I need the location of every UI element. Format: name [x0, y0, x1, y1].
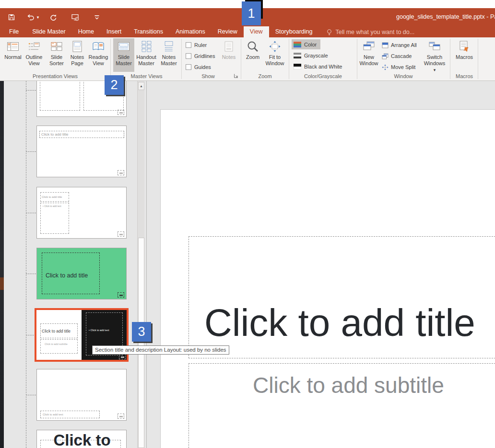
arrange-all-icon: [382, 42, 389, 48]
guides-checkbox-row[interactable]: Guides: [186, 63, 211, 71]
desktop-edge: [0, 81, 4, 448]
macros-button[interactable]: Macros: [453, 38, 476, 72]
move-split-icon: [382, 64, 389, 70]
slide-title-placeholder[interactable]: Click to add title: [189, 236, 495, 358]
slide-subtitle-placeholder[interactable]: Click to add subtitle: [189, 363, 495, 448]
cascade-button[interactable]: Cascade: [382, 51, 412, 61]
switch-windows-button[interactable]: Switch Windows: [421, 38, 448, 72]
tab-review[interactable]: Review: [212, 26, 244, 37]
tell-me-box[interactable]: Tell me what you want to do...: [326, 26, 414, 37]
thumbnail-title-placeholder: Click to add title: [40, 192, 69, 202]
group-color-grayscale: Color Grayscale Black and White Color/Gr…: [290, 37, 356, 80]
tab-home[interactable]: Home: [72, 26, 100, 37]
tab-storyboarding[interactable]: Storyboarding: [269, 26, 319, 37]
slide-sorter-button[interactable]: Slide Sorter: [46, 38, 67, 72]
slide-sorter-icon: [50, 40, 63, 53]
thumbnail-title-placeholder: Click to add title: [39, 131, 124, 138]
slide-canvas[interactable]: Click to add title Click to add subtitle: [160, 109, 495, 448]
color-button[interactable]: Color: [292, 39, 320, 49]
switch-windows-caret-icon: [434, 67, 436, 73]
callout-2: 2: [105, 75, 124, 95]
ruler-checkbox[interactable]: [186, 42, 191, 48]
resize-handle: [118, 231, 124, 237]
document-title: google_slides_template_title.pptx - Pa: [396, 13, 495, 20]
switch-windows-icon: [428, 40, 441, 53]
tab-view[interactable]: View: [244, 26, 269, 37]
group-macros: Macros Macros: [451, 37, 478, 80]
group-show: Ruler Gridlines Guides Notes Show: [183, 37, 240, 80]
group-label-window: Window: [358, 73, 449, 79]
ruler-checkbox-row[interactable]: Ruler: [186, 41, 207, 49]
tab-transitions[interactable]: Transitions: [128, 26, 169, 37]
notes-page-button[interactable]: Notes Page: [67, 38, 87, 72]
handout-master-icon: [140, 40, 153, 53]
normal-view-button[interactable]: Normal: [3, 38, 23, 72]
layout-thumbnail-green-title[interactable]: Click to add title: [36, 248, 127, 299]
layout-thumbnail-big-title[interactable]: Click to: [36, 430, 127, 448]
thumbnail-text-placeholder: Click to add text: [40, 411, 100, 418]
resize-handle: [118, 414, 124, 419]
thumbnail-title-placeholder: Click to add title: [40, 323, 78, 338]
color-swatch-icon: [294, 42, 301, 47]
scrollbar-thumb[interactable]: [138, 238, 144, 448]
tab-insert[interactable]: Insert: [100, 26, 128, 37]
slide-title-prompt: Click to add title: [204, 303, 475, 343]
panel-scrollbar[interactable]: ▲: [137, 81, 144, 448]
thumbnail-subtitle-placeholder: Click to add subtitle: [40, 339, 78, 354]
group-zoom: Zoom Fit to Window Zoom: [242, 37, 288, 80]
resize-handle: [118, 292, 124, 298]
notes-master-icon: [163, 40, 175, 53]
group-window: New Window Arrange All Cascade Move Spli…: [358, 37, 449, 80]
layout-thumbnail-title-only[interactable]: Click to add title: [36, 126, 127, 177]
tab-file[interactable]: File: [2, 26, 26, 37]
group-label-macros: Macros: [451, 73, 478, 79]
reading-view-button[interactable]: Reading View: [87, 38, 109, 72]
layout-tooltip: Section title and description Layout: us…: [92, 345, 229, 355]
handout-master-button[interactable]: Handout Master: [134, 38, 158, 72]
scrollbar-up-arrow[interactable]: ▲: [138, 82, 144, 90]
undo-dropdown-caret-icon[interactable]: [35, 12, 40, 22]
notes-master-button[interactable]: Notes Master: [158, 38, 179, 72]
ribbon: Normal Outline View Slide Sorter Notes P…: [0, 37, 495, 81]
slide-layout-panel: Click to add title Click to add title • …: [4, 81, 146, 448]
undo-icon[interactable]: [25, 12, 35, 22]
slide-master-button[interactable]: Slide Master: [113, 38, 134, 72]
save-icon[interactable]: [7, 12, 16, 22]
group-label-show: Show: [183, 73, 240, 79]
move-split-button[interactable]: Move Split: [382, 62, 415, 72]
outline-view-button[interactable]: Outline View: [23, 38, 45, 72]
layout-thumbnail-title-content[interactable]: Click to add title • Click to add text: [36, 187, 127, 239]
group-label-zoom: Zoom: [242, 73, 288, 79]
show-dialog-launcher-icon[interactable]: [234, 73, 239, 79]
macros-icon: [458, 40, 471, 53]
black-and-white-swatch-icon: [294, 64, 301, 69]
fit-to-window-icon: [269, 40, 281, 53]
fit-to-window-button[interactable]: Fit to Window: [263, 38, 287, 72]
gridlines-checkbox[interactable]: [186, 53, 191, 59]
grayscale-swatch-icon: [294, 53, 301, 58]
callout-3: 3: [132, 322, 151, 342]
gridlines-checkbox-row[interactable]: Gridlines: [186, 52, 215, 60]
group-label-presentation-views: Presentation Views: [1, 73, 109, 79]
layout-thumbnail-caption[interactable]: Click to add text: [36, 369, 127, 421]
black-and-white-button[interactable]: Black and White: [292, 61, 346, 71]
zoom-button[interactable]: Zoom: [243, 38, 263, 72]
group-master-views: Slide Master Handout Master Notes Master…: [112, 37, 181, 80]
arrange-all-button[interactable]: Arrange All: [382, 40, 417, 50]
tab-slide-master[interactable]: Slide Master: [26, 26, 71, 37]
redo-icon[interactable]: [48, 12, 58, 22]
start-from-beginning-icon[interactable]: [71, 12, 80, 22]
notes-button: Notes: [219, 38, 238, 72]
thumbnail-big-title-text: Click to: [37, 431, 127, 448]
powerpoint-window: google_slides_template_title.pptx - Pa F…: [0, 0, 495, 448]
thumbnail-title-placeholder: Click to add title: [42, 253, 100, 294]
outline-view-icon: [28, 40, 40, 53]
resize-handle: [118, 110, 124, 115]
guides-checkbox[interactable]: [186, 64, 191, 70]
tab-animations[interactable]: Animations: [169, 26, 212, 37]
slide-subtitle-prompt: Click to add subtitle: [253, 373, 444, 397]
new-window-button[interactable]: New Window: [358, 38, 380, 72]
grayscale-button[interactable]: Grayscale: [292, 50, 332, 60]
group-label-color-grayscale: Color/Grayscale: [290, 73, 356, 79]
customize-quick-access-toolbar-icon[interactable]: [92, 12, 102, 22]
